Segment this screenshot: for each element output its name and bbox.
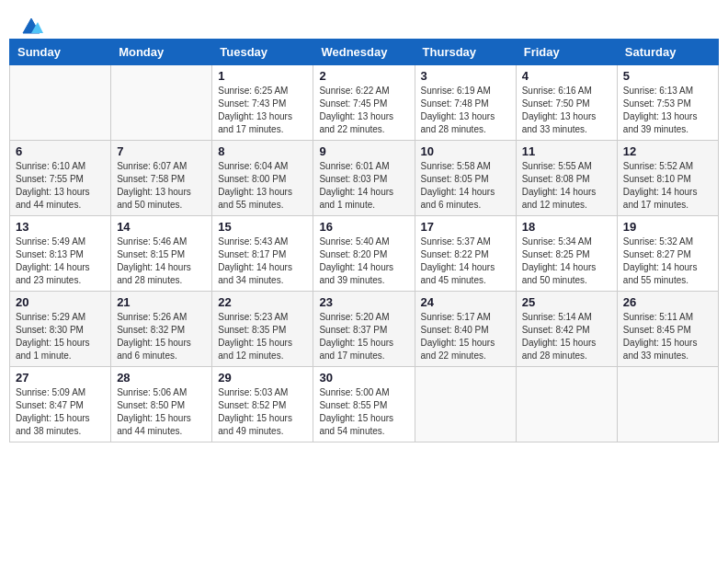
calendar-cell — [617, 367, 718, 442]
day-number: 29 — [218, 371, 307, 385]
day-number: 2 — [319, 69, 408, 83]
day-number: 17 — [421, 220, 510, 234]
calendar-cell: 26Sunrise: 5:11 AM Sunset: 8:45 PM Dayli… — [617, 292, 718, 367]
day-info: Sunrise: 5:06 AM Sunset: 8:50 PM Dayligh… — [117, 386, 206, 438]
day-info: Sunrise: 6:10 AM Sunset: 7:55 PM Dayligh… — [16, 160, 105, 212]
calendar-cell: 28Sunrise: 5:06 AM Sunset: 8:50 PM Dayli… — [111, 367, 212, 442]
calendar-cell: 11Sunrise: 5:55 AM Sunset: 8:08 PM Dayli… — [516, 141, 617, 216]
day-number: 21 — [117, 295, 206, 309]
calendar-cell — [10, 65, 111, 141]
day-number: 23 — [319, 295, 408, 309]
day-info: Sunrise: 5:14 AM Sunset: 8:42 PM Dayligh… — [522, 311, 611, 362]
calendar-cell: 7Sunrise: 6:07 AM Sunset: 7:58 PM Daylig… — [111, 141, 212, 216]
day-info: Sunrise: 5:29 AM Sunset: 8:30 PM Dayligh… — [16, 311, 105, 362]
calendar-table: SundayMondayTuesdayWednesdayThursdayFrid… — [9, 39, 719, 442]
day-number: 22 — [218, 295, 307, 309]
day-number: 7 — [117, 144, 206, 158]
day-info: Sunrise: 5:26 AM Sunset: 8:32 PM Dayligh… — [117, 311, 206, 362]
calendar-cell: 5Sunrise: 6:13 AM Sunset: 7:53 PM Daylig… — [617, 65, 718, 141]
day-number: 15 — [218, 220, 307, 234]
calendar-cell: 13Sunrise: 5:49 AM Sunset: 8:13 PM Dayli… — [10, 216, 111, 292]
calendar-week-row: 1Sunrise: 6:25 AM Sunset: 7:43 PM Daylig… — [10, 65, 719, 141]
calendar-cell: 6Sunrise: 6:10 AM Sunset: 7:55 PM Daylig… — [10, 141, 111, 216]
calendar-cell: 20Sunrise: 5:29 AM Sunset: 8:30 PM Dayli… — [10, 292, 111, 367]
calendar-cell: 9Sunrise: 6:01 AM Sunset: 8:03 PM Daylig… — [313, 141, 415, 216]
day-number: 12 — [623, 144, 712, 158]
weekday-header-thursday: Thursday — [415, 40, 516, 65]
calendar-cell: 12Sunrise: 5:52 AM Sunset: 8:10 PM Dayli… — [617, 141, 718, 216]
weekday-header-sunday: Sunday — [10, 40, 111, 65]
day-number: 8 — [218, 144, 307, 158]
calendar-cell: 27Sunrise: 5:09 AM Sunset: 8:47 PM Dayli… — [10, 367, 111, 442]
day-info: Sunrise: 6:19 AM Sunset: 7:48 PM Dayligh… — [421, 85, 510, 136]
calendar-week-row: 27Sunrise: 5:09 AM Sunset: 8:47 PM Dayli… — [10, 367, 719, 442]
day-number: 13 — [16, 220, 105, 234]
calendar-cell: 14Sunrise: 5:46 AM Sunset: 8:15 PM Dayli… — [111, 216, 212, 292]
day-info: Sunrise: 5:20 AM Sunset: 8:37 PM Dayligh… — [319, 311, 408, 362]
day-number: 5 — [623, 69, 712, 83]
calendar-cell: 21Sunrise: 5:26 AM Sunset: 8:32 PM Dayli… — [111, 292, 212, 367]
calendar-cell: 4Sunrise: 6:16 AM Sunset: 7:50 PM Daylig… — [516, 65, 617, 141]
calendar-week-row: 13Sunrise: 5:49 AM Sunset: 8:13 PM Dayli… — [10, 216, 719, 292]
calendar-cell: 16Sunrise: 5:40 AM Sunset: 8:20 PM Dayli… — [313, 216, 415, 292]
calendar-cell: 19Sunrise: 5:32 AM Sunset: 8:27 PM Dayli… — [617, 216, 718, 292]
logo — [18, 17, 44, 29]
day-info: Sunrise: 5:03 AM Sunset: 8:52 PM Dayligh… — [218, 386, 307, 438]
day-info: Sunrise: 5:49 AM Sunset: 8:13 PM Dayligh… — [16, 236, 105, 287]
day-info: Sunrise: 5:43 AM Sunset: 8:17 PM Dayligh… — [218, 236, 307, 287]
calendar-week-row: 20Sunrise: 5:29 AM Sunset: 8:30 PM Dayli… — [10, 292, 719, 367]
day-info: Sunrise: 6:25 AM Sunset: 7:43 PM Dayligh… — [218, 85, 307, 136]
calendar-cell: 18Sunrise: 5:34 AM Sunset: 8:25 PM Dayli… — [516, 216, 617, 292]
calendar-cell — [516, 367, 617, 442]
day-info: Sunrise: 6:22 AM Sunset: 7:45 PM Dayligh… — [319, 85, 408, 136]
calendar-cell: 30Sunrise: 5:00 AM Sunset: 8:55 PM Dayli… — [313, 367, 415, 442]
day-info: Sunrise: 5:09 AM Sunset: 8:47 PM Dayligh… — [16, 386, 105, 438]
day-number: 19 — [623, 220, 712, 234]
day-number: 3 — [421, 69, 510, 83]
day-info: Sunrise: 5:52 AM Sunset: 8:10 PM Dayligh… — [623, 160, 712, 212]
calendar-cell — [415, 367, 516, 442]
calendar-week-row: 6Sunrise: 6:10 AM Sunset: 7:55 PM Daylig… — [10, 141, 719, 216]
day-number: 10 — [421, 144, 510, 158]
calendar-cell: 3Sunrise: 6:19 AM Sunset: 7:48 PM Daylig… — [415, 65, 516, 141]
day-info: Sunrise: 5:37 AM Sunset: 8:22 PM Dayligh… — [421, 236, 510, 287]
weekday-header-tuesday: Tuesday — [212, 40, 313, 65]
day-number: 30 — [319, 371, 408, 385]
day-number: 11 — [522, 144, 611, 158]
calendar-cell — [111, 65, 212, 141]
day-info: Sunrise: 6:01 AM Sunset: 8:03 PM Dayligh… — [319, 160, 408, 212]
logo-icon — [19, 17, 43, 37]
day-info: Sunrise: 5:55 AM Sunset: 8:08 PM Dayligh… — [522, 160, 611, 212]
day-number: 4 — [522, 69, 611, 83]
day-number: 20 — [16, 295, 105, 309]
weekday-header-wednesday: Wednesday — [313, 40, 415, 65]
day-info: Sunrise: 5:46 AM Sunset: 8:15 PM Dayligh… — [117, 236, 206, 287]
day-info: Sunrise: 5:00 AM Sunset: 8:55 PM Dayligh… — [319, 386, 408, 438]
calendar-cell: 15Sunrise: 5:43 AM Sunset: 8:17 PM Dayli… — [212, 216, 313, 292]
day-info: Sunrise: 5:34 AM Sunset: 8:25 PM Dayligh… — [522, 236, 611, 287]
header — [9, 9, 719, 33]
weekday-header-friday: Friday — [516, 40, 617, 65]
calendar-cell: 2Sunrise: 6:22 AM Sunset: 7:45 PM Daylig… — [313, 65, 415, 141]
day-info: Sunrise: 6:16 AM Sunset: 7:50 PM Dayligh… — [522, 85, 611, 136]
day-number: 16 — [319, 220, 408, 234]
weekday-header-row: SundayMondayTuesdayWednesdayThursdayFrid… — [10, 40, 719, 65]
weekday-header-saturday: Saturday — [617, 40, 718, 65]
day-number: 14 — [117, 220, 206, 234]
day-number: 1 — [218, 69, 307, 83]
day-info: Sunrise: 6:07 AM Sunset: 7:58 PM Dayligh… — [117, 160, 206, 212]
calendar-cell: 10Sunrise: 5:58 AM Sunset: 8:05 PM Dayli… — [415, 141, 516, 216]
day-number: 25 — [522, 295, 611, 309]
day-info: Sunrise: 5:23 AM Sunset: 8:35 PM Dayligh… — [218, 311, 307, 362]
calendar-cell: 23Sunrise: 5:20 AM Sunset: 8:37 PM Dayli… — [313, 292, 415, 367]
calendar-cell: 29Sunrise: 5:03 AM Sunset: 8:52 PM Dayli… — [212, 367, 313, 442]
calendar-cell: 8Sunrise: 6:04 AM Sunset: 8:00 PM Daylig… — [212, 141, 313, 216]
calendar-cell: 22Sunrise: 5:23 AM Sunset: 8:35 PM Dayli… — [212, 292, 313, 367]
day-info: Sunrise: 6:04 AM Sunset: 8:00 PM Dayligh… — [218, 160, 307, 212]
day-number: 18 — [522, 220, 611, 234]
calendar-cell: 24Sunrise: 5:17 AM Sunset: 8:40 PM Dayli… — [415, 292, 516, 367]
weekday-header-monday: Monday — [111, 40, 212, 65]
day-info: Sunrise: 5:17 AM Sunset: 8:40 PM Dayligh… — [421, 311, 510, 362]
day-number: 9 — [319, 144, 408, 158]
day-number: 28 — [117, 371, 206, 385]
